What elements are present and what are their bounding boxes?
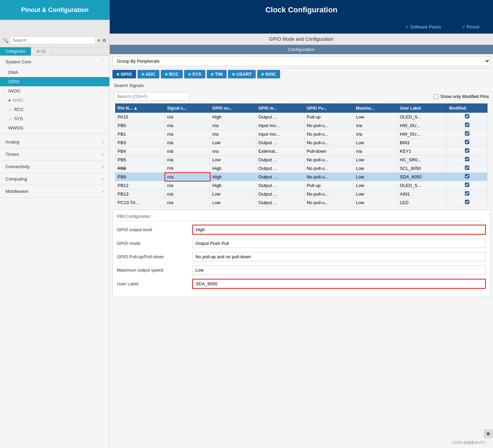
sidebar-sub-item-nvic[interactable]: ● NVIC [0,96,109,105]
tab-categories[interactable]: Categories [0,47,31,55]
tab-atoz[interactable]: A->Z [31,47,51,55]
rcc-label: RCC [14,107,24,112]
configuration-header: Configuration [110,45,493,54]
nvic-check-icon: ● [8,98,11,103]
pb9-config-section: PB9 Configuration : GPIO output level Hi… [112,210,490,297]
ptab-gpio[interactable]: GPIO [112,70,136,78]
chevron-right-icon-5: > [102,189,104,194]
modified-checkbox[interactable] [465,114,469,119]
sidebar-item-computing[interactable]: Computing > [0,173,109,185]
ptab-nvic-label: NVIC [265,72,276,77]
th-pin: Pin N... ▲ [116,104,165,113]
user-label-input[interactable] [192,279,486,289]
modified-checkbox[interactable] [465,148,469,153]
modified-cell [447,173,487,181]
sidebar-sub-item-rcc[interactable]: ⚠ RCC [0,105,109,114]
modified-cell [447,147,487,155]
sidebar-sub-item-wwdg[interactable]: WWDG [0,123,109,133]
table-row[interactable]: PB9n/aHighOutput ...No pull-u...LowSDA_6… [116,173,488,181]
iwdg-label: IWDG [8,88,20,94]
sidebar-section-connectivity: Connectivity > [0,161,109,173]
gpio-pull-row: GPIO Pull-up/Pull-down No pull-up and no… [117,252,486,261]
gpio-label: GPIO [8,79,20,84]
gpio-output-level-select[interactable]: High Low [192,225,486,235]
modified-cell [447,155,487,164]
ptab-adc-label: ADC [146,72,155,77]
group-by-select[interactable]: Group By Peripherals [112,56,490,66]
sidebar-item-timers[interactable]: Timers > [0,148,109,160]
sidebar-section-computing: Computing > [0,173,109,185]
chevron-down-icon: ⌃ [101,60,104,64]
table-row[interactable]: PC13-TA...n/aLowOutput ...No pull-u...Lo… [116,198,488,207]
sidebar-sub-item-dma[interactable]: DMA [0,68,109,77]
ptab-tim[interactable]: TIM [207,70,227,78]
software-packs-link[interactable]: ✓ Software Packs [405,24,441,29]
table-row[interactable]: PB8n/aHighOutput ...No pull-u...LowSCL_6… [116,164,488,173]
sidebar-item-connectivity[interactable]: Connectivity > [0,161,109,173]
sidebar-item-analog[interactable]: Analog > [0,136,109,148]
sidebar-item-system-core[interactable]: System Core ⌃ [0,56,109,68]
chevron-right-icon-3: > [102,165,104,169]
table-row[interactable]: PB4n/an/aExternal...Pull-downn/aKEY1 [116,147,488,155]
max-speed-select-wrapper: Low [192,265,486,275]
table-row[interactable]: PB12n/aHighOutput ...Pull-upLowOLED_S... [116,181,488,190]
th-signal: Signal o... [165,104,210,113]
gpio-dot-icon [117,73,119,76]
search-input[interactable] [10,36,96,44]
modified-checkbox[interactable] [465,157,469,161]
gpio-pull-select[interactable]: No pull-up and no pull-down [192,252,486,261]
analog-label: Analog [5,139,19,145]
ptab-sys[interactable]: SYS [184,70,205,78]
show-modified-label: Show only Modified Pins [440,94,489,99]
header: Pinout & Configuration Clock Configurati… [0,0,493,20]
gear-icon[interactable]: ⚙ [102,38,107,43]
table-row[interactable]: PB1n/an/aInput mo...No pull-u...n/aHW_OU… [116,130,488,138]
th-user-label: User Label [398,104,447,113]
modified-checkbox[interactable] [465,200,469,204]
rcc-dot-icon [165,73,168,76]
ptab-adc[interactable]: ADC [137,70,159,78]
modified-checkbox[interactable] [465,191,469,196]
search-signals-input[interactable] [114,92,189,101]
gpio-output-level-row: GPIO output level High Low [117,225,486,235]
ptab-usart[interactable]: USART [228,70,256,78]
th-max-speed: Maximu... [354,104,398,113]
th-gpio-pu: GPIO Pu... [304,104,354,113]
search-icon: 🔍 [3,38,9,43]
content-area: GPIO Mode and Configuration Configuratio… [110,34,493,448]
ptab-gpio-label: GPIO [121,72,132,77]
sidebar-section-timers: Timers > [0,148,109,161]
table-row[interactable]: PB3n/aLowOutput ...No pull-u...LowBIN1 [116,138,488,147]
sys-warning-icon: ⚠ [8,116,12,121]
max-speed-select[interactable]: Low [192,265,486,275]
middleware-label: Middleware [5,189,28,194]
ptab-nvic[interactable]: NVIC [257,70,280,78]
separator-1 [0,134,109,135]
modified-checkbox[interactable] [465,123,469,127]
sidebar-item-middleware[interactable]: Middleware > [0,185,109,197]
zoom-in-icon[interactable]: ⊕ [484,430,492,438]
search-signals-label: Search Signals [110,80,493,91]
ptab-rcc-label: RCC [169,72,179,77]
table-row[interactable]: PB0n/an/aInput mo...No pull-u...n/aHW_OU… [116,121,488,130]
modified-checkbox[interactable] [465,183,469,187]
modified-checkbox[interactable] [465,174,469,178]
modified-cell [447,138,487,147]
show-modified-checkbox[interactable] [433,94,438,99]
main-layout: 🔍 ▼ ⚙ Categories A->Z System Core ⌃ DMA [0,34,493,448]
ptab-usart-label: USART [236,72,252,77]
modified-checkbox[interactable] [465,131,469,136]
rcc-warning-icon: ⚠ [8,107,12,112]
ptab-rcc[interactable]: RCC [161,70,183,78]
modified-checkbox[interactable] [465,165,469,170]
table-row[interactable]: PB5n/aLowOutput ...No pull-u...LowHC_SR0… [116,155,488,164]
sidebar-sub-item-iwdg[interactable]: IWDG [0,86,109,96]
modified-checkbox[interactable] [465,140,469,144]
pinout-link[interactable]: ✓ Pinout [462,24,479,29]
table-row[interactable]: PB13n/aLowOutput ...No pull-u...LowAIN1 [116,190,488,198]
gpio-mode-header: GPIO Mode and Configuration [110,34,493,45]
sidebar-sub-item-gpio[interactable]: GPIO [0,77,109,86]
sidebar-sub-item-sys[interactable]: ⚠ SYS [0,114,109,123]
table-row[interactable]: PA15n/aHighOutput ...Pull-upLowOLED_S... [116,113,488,121]
gpio-mode-select[interactable]: Output Push Pull [192,239,486,248]
